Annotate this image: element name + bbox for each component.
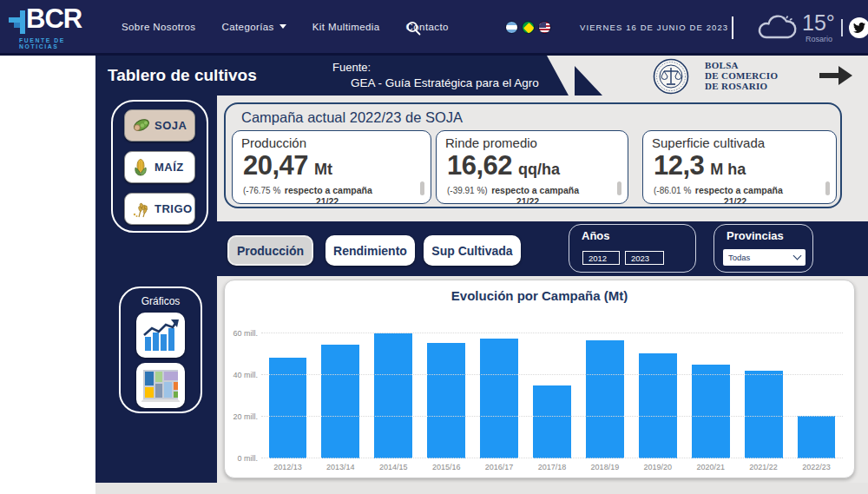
card-scrollbar[interactable] <box>617 181 621 195</box>
bar-2018/19[interactable] <box>586 340 624 458</box>
card-scrollbar[interactable] <box>420 181 424 195</box>
card-superficie-cultivada: Superficie cultivada 12,3 M ha (-86.01 %… <box>642 130 837 204</box>
dashboard-content: Campaña actual 2022/23 de SOJA Producció… <box>217 96 868 483</box>
graphics-selector-group: Gráficos <box>119 287 202 413</box>
y-axis-tick-label: 60 mill. <box>227 329 258 338</box>
provinces-filter: Provincias Todas <box>713 224 813 273</box>
nav-item-categorias[interactable]: Categorías <box>222 22 286 32</box>
brand-line: DE COMERCIO <box>705 70 778 81</box>
crop-selector-group: SOJA MAÍZ <box>111 100 208 233</box>
provinces-dropdown[interactable]: Todas <box>723 249 806 266</box>
bar-2014/15[interactable] <box>374 333 412 458</box>
card-note2: 21/22 <box>243 196 411 203</box>
card-produccion: Producción 20,47 Mt (-76.75 % respecto a… <box>232 130 431 204</box>
crop-button-trigo[interactable]: TRIGO <box>124 193 195 225</box>
crop-button-soja[interactable]: SOJA <box>124 109 195 142</box>
bar-2015/16[interactable] <box>427 343 465 458</box>
bcr-seal-icon <box>653 58 689 95</box>
next-arrow-button[interactable] <box>818 66 852 85</box>
nav-item-label: Sobre Nosotros <box>122 22 196 32</box>
weather-city: Rosario <box>806 35 832 43</box>
chevron-down-icon <box>793 252 802 260</box>
bar-2016/17[interactable] <box>480 339 518 458</box>
search-icon[interactable] <box>406 21 421 36</box>
current-date: VIERNES 16 DE JUNIO DE 2023 <box>580 23 728 32</box>
source-value: GEA - Guía Estratégica para el Agro <box>351 76 539 89</box>
tab-rendimiento[interactable]: Rendimiento <box>326 235 415 266</box>
logo-tagline: FUENTE DE NOTICIAS <box>19 37 104 49</box>
brand-line: BOLSA <box>705 60 778 70</box>
bar-chart-plot: 2012/132013/142014/152015/162016/172017/… <box>261 312 843 458</box>
bar-chart-view-button[interactable] <box>136 313 185 358</box>
flag-usa-icon[interactable] <box>538 21 551 34</box>
nav-item-label: Kit Multimedia <box>312 22 380 32</box>
tab-label: Sup Cultivada <box>431 244 512 258</box>
bar-2013/14[interactable] <box>321 345 359 458</box>
crop-label: SOJA <box>155 119 187 132</box>
bar-slot: 2012/13 <box>261 312 314 458</box>
x-axis-tick-label: 2015/16 <box>420 463 473 471</box>
gridline <box>261 333 843 333</box>
wheat-icon <box>131 201 150 218</box>
bar-slot: 2015/16 <box>420 312 473 458</box>
card-unit: qq/ha <box>518 161 560 179</box>
bar-2012/13[interactable] <box>269 358 307 458</box>
card-subtext: (-39.91 %) respecto a campaña 21/22 <box>447 183 608 203</box>
crop-label: MAÍZ <box>155 161 184 174</box>
graphics-label: Gráficos <box>121 295 201 307</box>
nav-item-kit-multimedia[interactable]: Kit Multimedia <box>312 22 380 32</box>
x-axis-tick-label: 2012/13 <box>261 463 314 471</box>
card-note: respecto a campaña <box>695 185 783 195</box>
nav-menu: Sobre Nosotros Categorías Kit Multimedia… <box>122 0 449 53</box>
bar-2017/18[interactable] <box>533 385 571 458</box>
flag-brazil-icon[interactable] <box>522 21 535 34</box>
bars-container: 2012/132013/142014/152015/162016/172017/… <box>261 312 843 458</box>
x-axis-tick-label: 2021/22 <box>737 463 790 471</box>
x-axis-tick-label: 2018/19 <box>578 463 631 471</box>
tab-sup-cultivada[interactable]: Sup Cultivada <box>424 235 521 266</box>
x-axis-tick-label: 2019/20 <box>631 463 684 471</box>
twitter-icon[interactable] <box>849 17 868 38</box>
crop-button-maiz[interactable]: MAÍZ <box>124 151 195 183</box>
soybean-icon <box>131 117 150 135</box>
summary-title: Campaña actual 2022/23 de SOJA <box>241 109 463 126</box>
gridline <box>261 458 843 458</box>
card-scrollbar[interactable] <box>825 181 830 195</box>
y-axis-tick-label: 20 mill. <box>227 412 258 421</box>
card-rinde-promedio: Rinde promedio 16,62 qq/ha (-39.91 %) re… <box>436 130 628 204</box>
card-subtext: (-86.01 % respecto a campaña 21/22 <box>654 183 817 203</box>
year-to-input[interactable]: 2023 <box>625 251 664 265</box>
flag-argentina-icon[interactable] <box>505 21 518 34</box>
dashboard-sidebar: SOJA MAÍZ <box>95 96 217 483</box>
bar-2021/22[interactable] <box>745 371 783 458</box>
x-axis-tick-label: 2016/17 <box>473 463 526 471</box>
card-title: Superficie cultivada <box>652 135 765 150</box>
years-filter: Años 2012 2023 <box>569 224 696 273</box>
card-note2: 21/22 <box>654 196 817 203</box>
metric-tabs-row: Producción Rendimiento Sup Cultivada Año… <box>217 221 868 276</box>
bar-2019/20[interactable] <box>639 353 677 458</box>
brand-line: DE ROSARIO <box>705 81 778 91</box>
bar-chart-icon <box>141 318 180 352</box>
year-from-input[interactable]: 2012 <box>582 251 620 265</box>
treemap-view-button[interactable] <box>136 363 185 408</box>
tab-produccion[interactable]: Producción <box>227 235 313 266</box>
nav-divider <box>732 16 733 39</box>
nav-divider <box>841 19 843 36</box>
source-label: Fuente: <box>332 61 371 74</box>
gridline <box>261 374 843 375</box>
nav-item-label: Categorías <box>222 22 274 32</box>
x-axis-tick-label: 2022/23 <box>790 463 843 471</box>
chart-title: Evolución por Campaña (Mt) <box>225 288 854 303</box>
card-note: respecto a campaña <box>285 185 372 195</box>
summary-outer-box: Campaña actual 2022/23 de SOJA Producció… <box>224 102 842 208</box>
card-delta: (-86.01 % <box>654 186 691 195</box>
dashboard-header: Tablero de cultivos Fuente: GEA - Guía E… <box>95 56 868 96</box>
bcr-logo[interactable]: BCR FUENTE DE NOTICIAS <box>9 5 104 50</box>
temperature-value: 15° <box>802 10 835 36</box>
summary-section: Campaña actual 2022/23 de SOJA Producció… <box>217 96 868 221</box>
bar-2020/21[interactable] <box>692 365 730 458</box>
nav-item-sobre-nosotros[interactable]: Sobre Nosotros <box>122 22 196 32</box>
bar-2022/23[interactable] <box>798 416 836 458</box>
card-subtext: (-76.75 % respecto a campaña 21/22 <box>243 183 411 203</box>
